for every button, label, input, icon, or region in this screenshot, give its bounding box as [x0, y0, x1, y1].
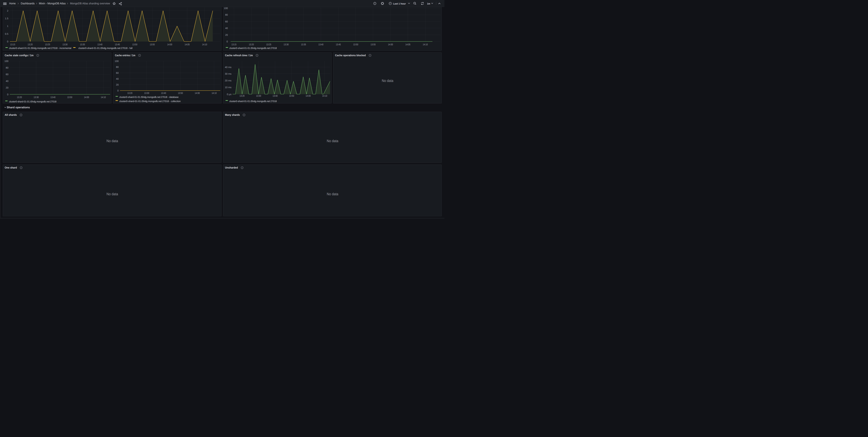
svg-text:13:40: 13:40 [161, 92, 166, 94]
svg-text:No data: No data [327, 139, 338, 143]
svg-text:13:20: 13:20 [17, 96, 22, 98]
svg-text:13:20: 13:20 [249, 43, 254, 46]
svg-text:cluster0-shard-01-01.t5hdg.mon: cluster0-shard-01-01.t5hdg.mongodb.net:2… [119, 95, 179, 98]
svg-text:1: 1 [7, 25, 8, 27]
svg-text:60: 60 [116, 71, 119, 74]
svg-text:14:00: 14:00 [306, 94, 311, 97]
svg-text:14:10: 14:10 [101, 96, 106, 98]
svg-text:No data: No data [106, 139, 118, 143]
svg-text:20 ms: 20 ms [225, 79, 231, 82]
svg-text:40 ms: 40 ms [225, 66, 231, 68]
svg-text:cluster0-shard-01-01.t5hdg.mon: cluster0-shard-01-01.t5hdg.mongodb.net:2… [9, 100, 56, 103]
svg-text:0: 0 [7, 40, 8, 43]
svg-text:No data: No data [327, 192, 338, 196]
svg-text:13:20: 13:20 [239, 94, 244, 97]
svg-text:0: 0 [226, 40, 228, 43]
svg-text:20: 20 [225, 33, 228, 36]
svg-text:13:55: 13:55 [370, 43, 375, 46]
svg-text:13:15: 13:15 [10, 43, 15, 46]
svg-text:14:00: 14:00 [84, 96, 89, 98]
svg-text:80: 80 [6, 66, 8, 69]
svg-text:13:35: 13:35 [80, 43, 85, 46]
svg-text:cluster0-shard-01-01.t5hdg.mon: cluster0-shard-01-01.t5hdg.mongodb.net:2… [229, 100, 277, 102]
svg-text:Cache entries / 1m: Cache entries / 1m [115, 54, 135, 57]
svg-text:Last 1 hour: Last 1 hour [393, 2, 406, 5]
svg-text:13:30: 13:30 [283, 43, 288, 46]
svg-text:cluster0-shard-01-01.t5hdg.mon: cluster0-shard-01-01.t5hdg.mongodb.net:2… [9, 47, 71, 50]
svg-text:10 ms: 10 ms [225, 86, 231, 89]
svg-text:13:45: 13:45 [115, 43, 120, 46]
svg-text:13:30: 13:30 [34, 96, 39, 98]
svg-text:13:25: 13:25 [266, 43, 271, 46]
svg-text:cluster0-shard-01-01.t5hdg.mon: cluster0-shard-01-01.t5hdg.mongodb.net:2… [229, 47, 277, 50]
svg-text:30 ms: 30 ms [225, 72, 231, 75]
svg-text:100: 100 [115, 60, 119, 62]
svg-text:13:50: 13:50 [132, 43, 137, 46]
svg-text:14:00: 14:00 [167, 43, 172, 46]
svg-text:40: 40 [116, 77, 119, 80]
svg-text:13:50: 13:50 [178, 92, 183, 94]
svg-text:Unsharded: Unsharded [225, 166, 238, 169]
svg-text:13:20: 13:20 [127, 92, 132, 94]
svg-text:14:10: 14:10 [212, 92, 216, 94]
svg-text:13:50: 13:50 [67, 96, 72, 98]
svg-text:0.5: 0.5 [5, 32, 8, 35]
svg-text:Mixin - MongoDB Atlas: Mixin - MongoDB Atlas [39, 2, 66, 5]
svg-text:1.5: 1.5 [5, 17, 8, 20]
svg-text:13:30: 13:30 [62, 43, 67, 46]
svg-text:All shards: All shards [5, 114, 17, 117]
svg-text:MongoDB Atlas sharding overvie: MongoDB Atlas sharding overview [70, 2, 110, 5]
svg-text:13:30: 13:30 [256, 94, 261, 97]
svg-text:14:00: 14:00 [195, 92, 199, 94]
svg-text:14:10: 14:10 [423, 43, 428, 46]
svg-text:13:35: 13:35 [301, 43, 306, 46]
svg-text:13:55: 13:55 [150, 43, 155, 46]
svg-text:100: 100 [224, 7, 228, 9]
svg-text:Many shards: Many shards [225, 114, 240, 117]
svg-text:13:20: 13:20 [28, 43, 33, 46]
svg-text:80: 80 [225, 13, 228, 16]
svg-text:20: 20 [116, 83, 119, 86]
svg-text:20: 20 [6, 86, 8, 89]
svg-text:0: 0 [117, 89, 119, 92]
svg-text:1m: 1m [427, 2, 430, 5]
svg-text:14:05: 14:05 [405, 43, 410, 46]
svg-text:Dashboards: Dashboards [21, 2, 35, 5]
svg-text:13:40: 13:40 [97, 43, 102, 46]
svg-text:100: 100 [4, 60, 8, 62]
svg-text:13:50: 13:50 [353, 43, 358, 46]
svg-text:One shard: One shard [5, 166, 17, 169]
svg-text:13:25: 13:25 [45, 43, 50, 46]
svg-text:14:10: 14:10 [322, 94, 327, 97]
svg-text:13:50: 13:50 [289, 94, 294, 97]
svg-text:Cache operations blocked: Cache operations blocked [335, 54, 366, 57]
svg-text:Shard operations: Shard operations [7, 106, 30, 109]
svg-text:No data: No data [382, 79, 393, 83]
svg-text:Cache stale configs / 1m: Cache stale configs / 1m [5, 54, 33, 57]
svg-text:14:10: 14:10 [202, 43, 207, 46]
svg-text:60: 60 [6, 73, 8, 76]
svg-text:cluster0-shard-01-01.t5hdg.mon: cluster0-shard-01-01.t5hdg.mongodb.net:2… [119, 100, 181, 102]
svg-text:Cache refresh time / 1m: Cache refresh time / 1m [225, 54, 253, 57]
svg-text:Home: Home [9, 2, 16, 5]
svg-text:40: 40 [225, 27, 228, 30]
svg-text:cluster0-shard-01-01.t5hdg.mon: cluster0-shard-01-01.t5hdg.mongodb.net:2… [79, 47, 133, 50]
svg-text:0: 0 [7, 93, 8, 96]
svg-text:13:40: 13:40 [318, 43, 323, 46]
svg-text:14:05: 14:05 [185, 43, 190, 46]
svg-text:No data: No data [106, 192, 118, 196]
svg-text:14:00: 14:00 [388, 43, 393, 46]
svg-text:13:30: 13:30 [144, 92, 149, 94]
svg-text:2: 2 [7, 9, 8, 12]
svg-text:0 µs: 0 µs [227, 93, 231, 95]
svg-text:13:45: 13:45 [336, 43, 341, 46]
svg-text:40: 40 [6, 80, 8, 82]
svg-text:13:40: 13:40 [273, 94, 278, 97]
svg-text:13:40: 13:40 [51, 96, 56, 98]
svg-text:13:15: 13:15 [231, 43, 237, 46]
svg-text:80: 80 [116, 65, 119, 68]
svg-text:60: 60 [225, 20, 228, 23]
